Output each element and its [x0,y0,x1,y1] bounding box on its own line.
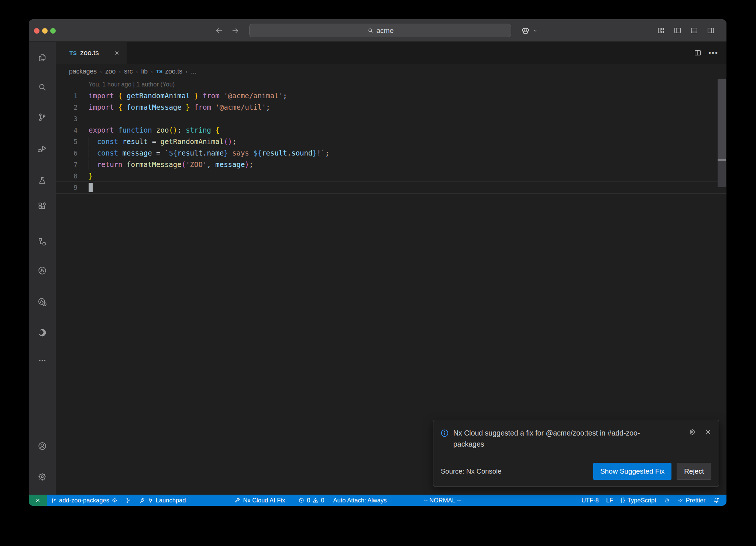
encoding-item[interactable]: UTF-8 [578,495,602,506]
code-line-4[interactable]: 4export function zoo(): string { [56,124,726,136]
line-number[interactable]: 1 [56,90,86,102]
auto-attach-item[interactable]: Auto Attach: Always [330,495,391,506]
notifications-bell-item[interactable] [709,495,724,506]
search-icon[interactable] [35,79,50,94]
typescript-file-icon: TS [156,69,162,74]
more-actions-icon[interactable]: ••• [708,49,718,57]
code-line-6[interactable]: 6 const message = `${result.name} says $… [56,147,726,159]
additional-views-icon[interactable] [35,353,50,368]
customize-layout-icon[interactable] [657,26,665,35]
remote-indicator[interactable] [29,495,47,506]
chevron-down-icon [532,28,538,34]
branch-icon [51,497,57,504]
activity-bar [29,42,56,495]
notification-source: Source: Nx Console [441,467,502,475]
source-control-icon[interactable] [35,110,50,124]
explorer-icon[interactable] [35,50,50,65]
eol-item[interactable]: LF [602,495,617,506]
titlebar: acme [29,19,726,42]
double-check-icon [677,497,684,504]
breadcrumb-item[interactable]: src [124,68,133,75]
copilot-status-item[interactable] [660,495,674,506]
code-line-3[interactable]: 3 [56,113,726,124]
vim-block-cursor [89,183,93,192]
code-line-8[interactable]: 8} [56,170,726,182]
tab-zoo-ts[interactable]: TS zoo.ts [56,42,127,64]
status-bar: add-zoo-packages Launchpad Nx Cloud AI F… [29,495,726,506]
show-suggested-fix-button[interactable]: Show Suggested Fix [593,463,671,480]
formatter-item[interactable]: Prettier [674,495,709,506]
notification-settings-icon[interactable] [688,428,696,436]
rocket-icon [139,497,145,504]
indent-guide [89,137,89,147]
zoom-window-button[interactable] [50,28,56,34]
breadcrumb-item[interactable]: zoo [105,68,116,75]
command-center-search[interactable]: acme [249,24,511,37]
breadcrumb-item[interactable]: lib [141,68,148,75]
git-graph-icon [125,497,131,504]
code-line-9[interactable]: 9 [56,182,726,193]
breadcrumb-item[interactable]: packages [69,68,97,75]
minimize-window-button[interactable] [42,28,48,34]
problems-item[interactable]: 0 0 [295,495,328,506]
close-window-button[interactable] [34,28,39,34]
line-number[interactable]: 5 [56,136,86,147]
notification-close-icon[interactable] [704,428,712,436]
language-mode-item[interactable]: {} TypeScript [617,495,660,506]
launchpad-item[interactable]: Launchpad [135,495,190,506]
code-line-5[interactable]: 5 const result = getRandomAnimal(); [56,136,726,147]
indent-guide [89,148,89,158]
code-line-7[interactable]: 7 return formatMessage('ZOO', message); [56,159,726,170]
toggle-primary-sidebar-icon[interactable] [673,26,682,35]
breadcrumb-separator: › [151,68,153,75]
notification-toast: Nx Cloud suggested a fix for @acme/zoo:t… [433,420,719,487]
testing-icon[interactable] [35,173,50,188]
breadcrumb-separator: › [186,68,188,75]
info-icon [440,429,449,438]
copilot-menu-button[interactable] [520,25,538,36]
settings-icon[interactable] [35,469,50,484]
reject-button[interactable]: Reject [677,463,711,480]
vim-mode-item[interactable]: -- NORMAL -- [420,495,464,506]
breadcrumb-item[interactable]: ... [191,68,196,75]
accounts-icon[interactable] [35,438,50,453]
breadcrumb-separator: › [100,68,102,75]
split-editor-icon[interactable] [694,49,702,57]
breadcrumb: packages›zoo›src›lib›TSzoo.ts›... [56,64,726,79]
copilot-icon [520,26,530,36]
line-number[interactable]: 3 [56,113,86,124]
close-tab-icon[interactable] [112,48,121,58]
cloud-upload-icon [111,497,118,504]
project-graph-icon[interactable] [35,234,50,249]
code-line-1[interactable]: 1import { getRandomAnimal } from '@acme/… [56,90,726,102]
navigate-back-icon[interactable] [214,26,223,35]
nx-cloud-ai-fix-item[interactable]: Nx Cloud AI Fix [231,495,289,506]
typescript-file-icon: TS [69,50,77,56]
wrench-icon [234,497,241,504]
toggle-panel-icon[interactable] [690,26,698,35]
line-number[interactable]: 2 [56,102,86,113]
navigate-forward-icon[interactable] [231,26,240,35]
line-number[interactable]: 4 [56,124,86,136]
code-line-2[interactable]: 2import { formatMessage } from '@acme/ut… [56,102,726,113]
git-graph-item[interactable] [121,495,135,506]
breadcrumb-separator: › [119,68,121,75]
nx-cloud-icon[interactable] [35,294,50,309]
line-number[interactable]: 6 [56,147,86,159]
breadcrumb-item[interactable]: zoo.ts [165,68,182,75]
line-number[interactable]: 7 [56,159,86,170]
nx-console-icon[interactable] [35,263,50,278]
vscode-window: acme TS zoo.ts ••• packages›zoo [29,19,726,506]
line-number[interactable]: 9 [56,182,86,193]
notification-message: Nx Cloud suggested a fix for @acme/zoo:t… [453,427,654,450]
run-and-debug-icon[interactable] [35,141,50,156]
editor-scrollbar[interactable] [718,79,726,190]
git-branch-item[interactable]: add-zoo-packages [47,495,121,506]
toggle-secondary-sidebar-icon[interactable] [707,26,715,35]
warning-icon [312,497,319,504]
error-icon [298,497,305,504]
line-number[interactable]: 8 [56,170,86,182]
extensions-icon[interactable] [35,199,50,214]
edge-tools-icon[interactable] [35,325,50,340]
tab-bar: TS zoo.ts ••• [56,42,726,64]
